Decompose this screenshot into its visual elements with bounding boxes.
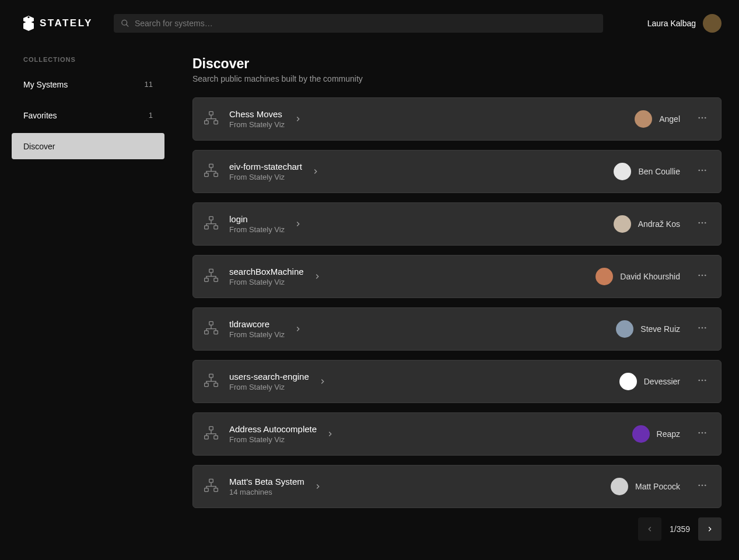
card-author[interactable]: Steve Ruiz (616, 320, 680, 338)
sidebar-item-my-systems[interactable]: My Systems11 (12, 71, 164, 97)
chevron-right-icon (294, 325, 302, 333)
svg-rect-9 (209, 164, 213, 167)
card-subtitle: From Stately Viz (229, 278, 304, 286)
svg-rect-46 (205, 488, 209, 492)
brand-logo[interactable]: STATELY (22, 16, 93, 31)
card-body: Matt's Beta System14 machines (229, 477, 611, 496)
page-subtitle: Search public machines built by the comm… (192, 74, 722, 83)
svg-rect-34 (205, 383, 209, 387)
svg-rect-17 (214, 226, 218, 229)
author-avatar (596, 268, 613, 285)
page-indicator: 1/359 (670, 524, 690, 534)
card-author[interactable]: Matt Pocock (611, 478, 680, 495)
sidebar-item-favorites[interactable]: Favorites1 (12, 102, 164, 128)
sidebar-item-label: Favorites (23, 111, 57, 120)
svg-rect-22 (205, 278, 209, 282)
author-name: Matt Pocock (635, 482, 680, 491)
svg-point-24 (698, 275, 700, 276)
more-options-button[interactable] (694, 111, 710, 127)
card-body: Chess MovesFrom Stately Viz (229, 109, 635, 129)
card-author[interactable]: Angel (635, 110, 680, 128)
more-options-button[interactable] (694, 373, 710, 390)
svg-point-20 (705, 222, 706, 224)
result-card[interactable]: tldrawcoreFrom Stately VizSteve Ruiz (192, 307, 722, 351)
author-avatar (611, 478, 628, 495)
card-body: eiv-form-statechartFrom Stately Viz (229, 162, 614, 181)
card-subtitle: From Stately Viz (229, 225, 285, 234)
chevron-right-icon (314, 482, 322, 491)
svg-point-25 (702, 275, 703, 276)
more-options-button[interactable] (694, 216, 710, 232)
svg-rect-41 (214, 436, 218, 439)
author-avatar (614, 215, 631, 233)
chevron-right-icon (326, 430, 334, 438)
statechart-icon (204, 478, 219, 495)
svg-point-30 (698, 327, 700, 329)
statechart-icon (204, 215, 219, 233)
svg-point-6 (698, 117, 700, 119)
search-input[interactable] (114, 14, 603, 33)
svg-point-32 (705, 327, 706, 329)
user-menu[interactable]: Laura Kalbag (647, 14, 722, 33)
card-author[interactable]: Reapz (632, 425, 680, 443)
card-author[interactable]: Ben Coullie (614, 163, 680, 180)
author-name: Steve Ruiz (640, 324, 680, 334)
result-card[interactable]: searchBoxMachineFrom Stately VizDavid Kh… (192, 255, 722, 298)
svg-point-0 (27, 16, 29, 18)
card-subtitle: From Stately Viz (229, 330, 285, 339)
svg-point-38 (705, 380, 706, 382)
card-author[interactable]: Andraž Kos (614, 215, 680, 233)
card-body: tldrawcoreFrom Stately Viz (229, 319, 616, 339)
svg-point-43 (702, 432, 703, 434)
chevron-right-icon (313, 272, 321, 281)
svg-point-14 (705, 170, 706, 172)
card-subtitle: From Stately Viz (229, 435, 317, 444)
svg-rect-16 (205, 226, 209, 229)
sidebar-item-discover[interactable]: Discover (12, 133, 164, 159)
svg-rect-47 (214, 488, 218, 492)
more-options-button[interactable] (694, 426, 710, 442)
ellipsis-icon (697, 270, 708, 283)
svg-point-7 (702, 117, 703, 119)
result-card[interactable]: Matt's Beta System14 machinesMatt Pocock (192, 465, 722, 508)
card-subtitle: From Stately Viz (229, 120, 285, 129)
svg-point-49 (702, 485, 703, 487)
author-avatar (635, 110, 652, 128)
author-avatar (619, 373, 637, 390)
more-options-button[interactable] (694, 478, 710, 495)
statechart-icon (204, 268, 219, 285)
user-avatar (703, 14, 722, 33)
next-page-button[interactable] (698, 517, 722, 541)
svg-point-1 (122, 20, 127, 25)
card-title: searchBoxMachine (229, 267, 304, 276)
card-author[interactable]: David Khourshid (596, 268, 680, 285)
svg-rect-5 (214, 121, 218, 124)
more-options-button[interactable] (694, 321, 710, 337)
result-card[interactable]: Chess MovesFrom Stately VizAngel (192, 97, 722, 141)
result-card[interactable]: Address AutocompleteFrom Stately VizReap… (192, 412, 722, 456)
ellipsis-icon (697, 375, 708, 388)
author-name: Angel (659, 114, 680, 124)
prev-page-button[interactable] (638, 517, 661, 541)
svg-point-48 (698, 485, 700, 487)
result-card[interactable]: eiv-form-statechartFrom Stately VizBen C… (192, 150, 722, 193)
ellipsis-icon (697, 218, 708, 230)
result-card[interactable]: loginFrom Stately VizAndraž Kos (192, 202, 722, 246)
search-icon (121, 19, 129, 28)
sidebar-item-count: 1 (149, 111, 153, 120)
pagination: 1/359 (192, 517, 722, 541)
stately-logo-icon (22, 16, 35, 31)
svg-point-37 (702, 380, 703, 382)
more-options-button[interactable] (694, 268, 710, 285)
chevron-right-icon (294, 115, 302, 123)
result-card[interactable]: users-search-engineFrom Stately VizDeves… (192, 360, 722, 403)
ellipsis-icon (697, 428, 708, 440)
svg-point-42 (698, 432, 700, 434)
content: Discover Search public machines built by… (181, 56, 739, 541)
svg-point-44 (705, 432, 706, 434)
topbar: STATELY Laura Kalbag (0, 0, 739, 38)
more-options-button[interactable] (694, 163, 710, 180)
chevron-right-icon (318, 377, 327, 386)
card-author[interactable]: Devessier (619, 373, 680, 390)
sidebar-header: COLLECTIONS (12, 56, 164, 71)
